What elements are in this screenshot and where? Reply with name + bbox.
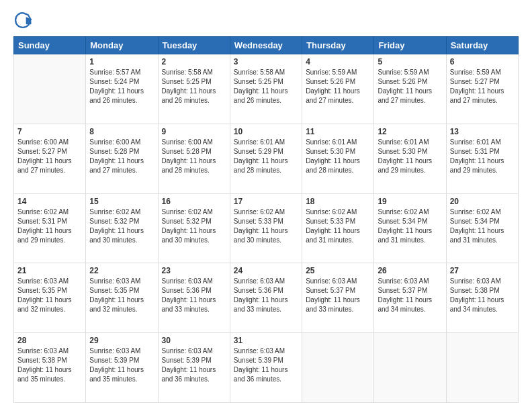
day-number: 7 [17,127,82,136]
sunrise-text: Sunrise: 6:03 AM [17,347,69,355]
daylight-text: Daylight: 11 hours and 26 minutes. [162,87,216,104]
daylight-text: Daylight: 11 hours and 31 minutes. [450,227,504,244]
logo [13,11,35,30]
day-number: 9 [162,127,226,136]
cell-info: Sunrise: 6:02 AM Sunset: 5:34 PM Dayligh… [378,208,442,245]
calendar-cell: 6 Sunrise: 5:59 AM Sunset: 5:27 PM Dayli… [446,54,518,124]
week-row-5: 28 Sunrise: 6:03 AM Sunset: 5:38 PM Dayl… [14,333,519,403]
calendar-cell: 9 Sunrise: 6:00 AM Sunset: 5:28 PM Dayli… [158,124,230,193]
daylight-text: Daylight: 11 hours and 32 minutes. [17,296,72,313]
cell-info: Sunrise: 6:00 AM Sunset: 5:28 PM Dayligh… [162,138,226,175]
daylight-text: Daylight: 11 hours and 30 minutes. [89,227,144,244]
cell-info: Sunrise: 6:02 AM Sunset: 5:32 PM Dayligh… [89,208,154,245]
day-number: 27 [450,266,515,275]
sunset-text: Sunset: 5:27 PM [17,148,67,155]
calendar-cell: 22 Sunrise: 6:03 AM Sunset: 5:35 PM Dayl… [86,263,158,333]
calendar-header-row: SundayMondayTuesdayWednesdayThursdayFrid… [14,37,519,54]
sunset-text: Sunset: 5:26 PM [306,78,355,85]
daylight-text: Daylight: 11 hours and 27 minutes. [450,87,504,104]
daylight-text: Daylight: 11 hours and 32 minutes. [89,296,144,313]
day-number: 15 [89,197,154,206]
cell-info: Sunrise: 6:03 AM Sunset: 5:37 PM Dayligh… [378,277,442,314]
cell-info: Sunrise: 6:02 AM Sunset: 5:34 PM Dayligh… [450,208,515,245]
cell-info: Sunrise: 5:57 AM Sunset: 5:24 PM Dayligh… [89,68,154,105]
daylight-text: Daylight: 11 hours and 30 minutes. [162,227,216,244]
cell-info: Sunrise: 6:01 AM Sunset: 5:30 PM Dayligh… [306,138,370,175]
daylight-text: Daylight: 11 hours and 36 minutes. [162,366,216,383]
cell-info: Sunrise: 6:00 AM Sunset: 5:27 PM Dayligh… [17,138,82,175]
calendar-cell: 16 Sunrise: 6:02 AM Sunset: 5:32 PM Dayl… [158,193,230,263]
calendar-cell: 18 Sunrise: 6:02 AM Sunset: 5:33 PM Dayl… [302,193,374,263]
sunset-text: Sunset: 5:30 PM [306,148,355,155]
sunrise-text: Sunrise: 5:58 AM [162,68,213,76]
daylight-text: Daylight: 11 hours and 33 minutes. [162,296,216,313]
cell-info: Sunrise: 6:03 AM Sunset: 5:39 PM Dayligh… [234,347,298,384]
sunrise-text: Sunrise: 6:02 AM [306,208,357,216]
sunrise-text: Sunrise: 6:03 AM [378,277,429,285]
sunset-text: Sunset: 5:24 PM [89,78,139,85]
cell-info: Sunrise: 5:59 AM Sunset: 5:26 PM Dayligh… [378,68,442,105]
sunset-text: Sunset: 5:31 PM [17,218,67,225]
daylight-text: Daylight: 11 hours and 28 minutes. [306,157,360,174]
day-number: 17 [234,197,298,206]
day-number: 21 [17,266,82,275]
daylight-text: Daylight: 11 hours and 35 minutes. [17,366,72,383]
day-number: 22 [89,266,154,275]
sunrise-text: Sunrise: 6:02 AM [378,208,429,216]
daylight-text: Daylight: 11 hours and 33 minutes. [306,296,360,313]
calendar-cell [14,54,86,124]
sunset-text: Sunset: 5:39 PM [89,357,139,364]
sunrise-text: Sunrise: 6:01 AM [234,138,285,146]
sunrise-text: Sunrise: 6:00 AM [89,138,140,146]
day-number: 5 [378,57,442,66]
daylight-text: Daylight: 11 hours and 27 minutes. [89,157,144,174]
cell-info: Sunrise: 6:00 AM Sunset: 5:28 PM Dayligh… [89,138,154,175]
calendar-cell: 19 Sunrise: 6:02 AM Sunset: 5:34 PM Dayl… [374,193,446,263]
sunrise-text: Sunrise: 5:59 AM [378,68,429,76]
cell-info: Sunrise: 6:03 AM Sunset: 5:38 PM Dayligh… [17,347,82,384]
daylight-text: Daylight: 11 hours and 28 minutes. [162,157,216,174]
day-number: 30 [162,336,226,345]
calendar-cell: 30 Sunrise: 6:03 AM Sunset: 5:39 PM Dayl… [158,333,230,403]
col-header-saturday: Saturday [446,37,518,54]
calendar-cell: 14 Sunrise: 6:02 AM Sunset: 5:31 PM Dayl… [14,193,86,263]
sunset-text: Sunset: 5:32 PM [89,218,139,225]
sunrise-text: Sunrise: 6:03 AM [234,347,285,355]
week-row-1: 1 Sunrise: 5:57 AM Sunset: 5:24 PM Dayli… [14,54,519,124]
day-number: 18 [306,197,370,206]
col-header-friday: Friday [374,37,446,54]
sunset-text: Sunset: 5:37 PM [378,287,427,294]
calendar-cell: 27 Sunrise: 6:03 AM Sunset: 5:38 PM Dayl… [446,263,518,333]
cell-info: Sunrise: 5:58 AM Sunset: 5:25 PM Dayligh… [162,68,226,105]
sunrise-text: Sunrise: 6:01 AM [306,138,357,146]
cell-info: Sunrise: 6:02 AM Sunset: 5:32 PM Dayligh… [162,208,226,245]
calendar-cell: 20 Sunrise: 6:02 AM Sunset: 5:34 PM Dayl… [446,193,518,263]
day-number: 28 [17,336,82,345]
page: SundayMondayTuesdayWednesdayThursdayFrid… [0,0,532,411]
logo-icon [13,11,32,30]
sunrise-text: Sunrise: 6:03 AM [234,277,285,285]
sunrise-text: Sunrise: 6:02 AM [89,208,140,216]
calendar-table: SundayMondayTuesdayWednesdayThursdayFrid… [13,36,519,403]
cell-info: Sunrise: 6:03 AM Sunset: 5:35 PM Dayligh… [89,277,154,314]
daylight-text: Daylight: 11 hours and 35 minutes. [89,366,144,383]
col-header-monday: Monday [86,37,158,54]
calendar-cell: 2 Sunrise: 5:58 AM Sunset: 5:25 PM Dayli… [158,54,230,124]
day-number: 19 [378,197,442,206]
daylight-text: Daylight: 11 hours and 30 minutes. [234,227,288,244]
day-number: 8 [89,127,154,136]
sunrise-text: Sunrise: 6:02 AM [17,208,69,216]
day-number: 12 [378,127,442,136]
calendar-cell [374,333,446,403]
cell-info: Sunrise: 5:59 AM Sunset: 5:27 PM Dayligh… [450,68,515,105]
sunset-text: Sunset: 5:25 PM [162,78,212,85]
daylight-text: Daylight: 11 hours and 29 minutes. [450,157,504,174]
sunrise-text: Sunrise: 5:59 AM [450,68,501,76]
calendar-cell: 11 Sunrise: 6:01 AM Sunset: 5:30 PM Dayl… [302,124,374,193]
week-row-3: 14 Sunrise: 6:02 AM Sunset: 5:31 PM Dayl… [14,193,519,263]
sunset-text: Sunset: 5:27 PM [450,78,500,85]
calendar-cell: 17 Sunrise: 6:02 AM Sunset: 5:33 PM Dayl… [230,193,302,263]
sunrise-text: Sunrise: 6:02 AM [162,208,213,216]
calendar-cell: 10 Sunrise: 6:01 AM Sunset: 5:29 PM Dayl… [230,124,302,193]
cell-info: Sunrise: 6:03 AM Sunset: 5:37 PM Dayligh… [306,277,370,314]
